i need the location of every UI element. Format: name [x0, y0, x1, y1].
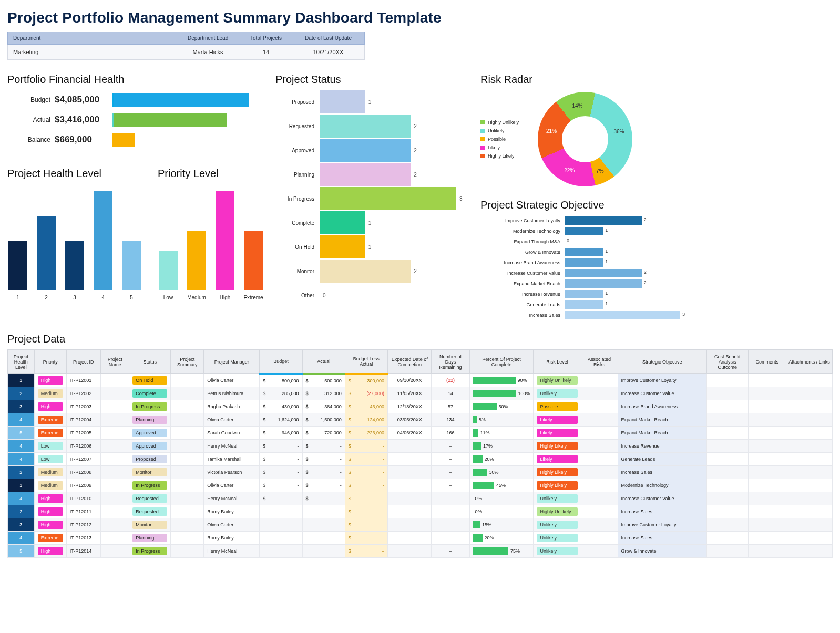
header-col: Date of Last Update	[292, 32, 365, 45]
obj-bar	[565, 227, 603, 235]
table-cell: 5	[8, 427, 35, 440]
table-cell: 20%	[469, 453, 534, 466]
bar	[159, 251, 178, 290]
status-row: Other0	[275, 283, 465, 307]
table-cell: High	[34, 492, 66, 505]
bar	[65, 241, 84, 290]
table-cell	[706, 387, 748, 400]
table-cell: 3	[8, 400, 35, 413]
table-cell: IT-P12014	[66, 545, 100, 558]
donut-label: 7%	[596, 168, 603, 173]
table-cell: Likely	[534, 413, 581, 427]
table-row: 4ExtremeIT-P12004PlanningOlivia Carter$1…	[8, 413, 833, 427]
table-cell	[748, 387, 786, 400]
table-cell	[748, 374, 786, 387]
table-cell: Planning	[129, 413, 171, 427]
bar-col: Medium	[186, 231, 207, 300]
table-row: 5ExtremeIT-P12005ApprovedSarah Goodwin$9…	[8, 427, 833, 440]
table-cell: Petrus Nishimura	[204, 387, 260, 400]
table-cell	[581, 440, 618, 453]
table-header: Cost-Benefit Analysis Outcome	[706, 350, 748, 374]
table-cell: IT-P12003	[66, 400, 100, 413]
table-cell: 90%	[469, 374, 534, 387]
table-cell	[302, 505, 345, 518]
table-cell: IT-P12007	[66, 453, 100, 466]
table-cell: $430,000	[260, 400, 302, 413]
obj-label: Expand Through M&A	[480, 239, 565, 244]
table-cell	[748, 440, 786, 453]
bar-label: 3	[73, 295, 76, 300]
table-cell: $-	[345, 492, 387, 505]
status-bar	[320, 235, 365, 258]
header-col: Total Projects	[240, 32, 292, 45]
table-row: 2HighIT-P12011RequestedRomy Bailey$––0%H…	[8, 505, 833, 518]
table-cell	[581, 374, 618, 387]
table-cell: Sarah Goodwin	[204, 427, 260, 440]
table-cell: In Progress	[129, 400, 171, 413]
table-cell: 4	[8, 492, 35, 505]
health-chart: 12345	[7, 185, 142, 300]
table-cell: $1,500,000	[302, 413, 345, 427]
table-cell: 134	[432, 413, 469, 427]
legend-swatch	[480, 120, 485, 124]
table-cell	[101, 518, 129, 532]
bar-label: 1	[16, 295, 19, 300]
table-cell	[706, 505, 748, 518]
table-cell: $-	[260, 479, 302, 492]
table-cell: 1	[8, 374, 35, 387]
table-cell: Possible	[534, 400, 581, 413]
table-cell	[786, 505, 832, 518]
obj-label: Grow & Innovate	[480, 250, 565, 255]
table-cell: Likely	[534, 427, 581, 440]
table-cell	[101, 374, 129, 387]
table-cell: Highly Likely	[534, 440, 581, 453]
table-cell: 15%	[469, 518, 534, 532]
table-cell: 04/06/20XX	[387, 427, 431, 440]
obj-bar	[565, 300, 603, 309]
obj-value: 1	[605, 290, 608, 296]
table-cell	[171, 453, 204, 466]
table-cell: $-	[302, 453, 345, 466]
status-label: Approved	[275, 148, 320, 153]
table-cell	[387, 518, 431, 532]
page-title: Project Portfolio Management Summary Das…	[7, 9, 833, 26]
header-val: Marketing	[8, 45, 176, 60]
health-title: Project Health Level	[7, 168, 142, 180]
table-cell: 17%	[469, 440, 534, 453]
table-cell	[101, 532, 129, 545]
table-cell	[706, 440, 748, 453]
table-cell: –	[432, 440, 469, 453]
table-cell: $1,624,000	[260, 413, 302, 427]
table-cell: IT-P12009	[66, 479, 100, 492]
table-cell	[302, 518, 345, 532]
table-cell: $-	[260, 440, 302, 453]
table-cell: 3	[8, 518, 35, 532]
table-cell: Proposed	[129, 453, 171, 466]
status-value: 0	[323, 293, 326, 298]
table-cell: 14	[432, 387, 469, 400]
data-title: Project Data	[7, 333, 833, 345]
objective-title: Project Strategic Objective	[480, 199, 696, 211]
table-cell: $-	[302, 479, 345, 492]
table-cell	[786, 518, 832, 532]
legend-item: Possible	[480, 137, 519, 142]
table-cell: Medium	[34, 479, 66, 492]
risk-title: Risk Radar	[480, 74, 696, 86]
table-cell: Highly Unlikely	[534, 374, 581, 387]
table-cell: In Progress	[129, 479, 171, 492]
status-row: Monitor2	[275, 259, 465, 283]
table-cell: IT-P12013	[66, 532, 100, 545]
table-cell	[101, 400, 129, 413]
obj-label: Improve Customer Loyalty	[480, 218, 565, 223]
table-cell: IT-P12010	[66, 492, 100, 505]
table-cell	[748, 545, 786, 558]
status-row: Approved2	[275, 138, 465, 162]
table-header: Number of Days Remaining	[432, 350, 469, 374]
financial-chart: Budget$4,085,000Actual$3,416,000Balance$…	[7, 93, 260, 147]
table-cell: 5	[8, 545, 35, 558]
table-cell: $720,000	[302, 427, 345, 440]
status-label: Other	[275, 293, 320, 298]
status-value: 1	[368, 244, 372, 250]
table-cell	[260, 505, 302, 518]
bar-label: Low	[163, 295, 173, 300]
